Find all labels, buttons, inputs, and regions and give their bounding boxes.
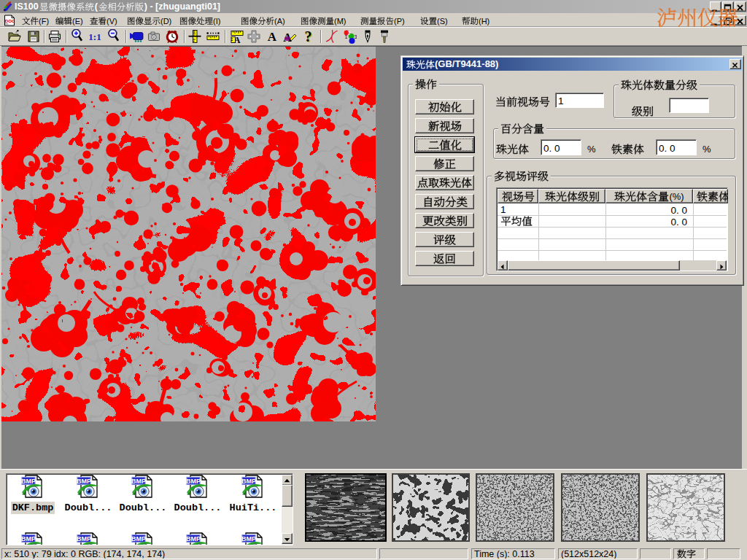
- svg-text:3: 3: [355, 34, 357, 39]
- svg-text:BMP: BMP: [77, 535, 91, 542]
- svg-text:BMP: BMP: [186, 535, 201, 542]
- svg-text:2: 2: [348, 31, 351, 36]
- svg-text:BMP: BMP: [21, 478, 36, 485]
- svg-text:BMP: BMP: [131, 535, 146, 542]
- svg-text:BMP: BMP: [241, 535, 256, 542]
- svg-text:BMP: BMP: [21, 535, 36, 542]
- svg-text:BMP: BMP: [131, 478, 146, 485]
- svg-text:1:1: 1:1: [88, 31, 101, 42]
- svg-text:DOC: DOC: [5, 18, 15, 23]
- svg-text:BMP: BMP: [241, 478, 256, 485]
- svg-text:A: A: [268, 30, 277, 44]
- svg-text:?: ?: [305, 29, 312, 44]
- svg-text:BMP: BMP: [77, 478, 91, 485]
- svg-text:BMP: BMP: [186, 478, 201, 485]
